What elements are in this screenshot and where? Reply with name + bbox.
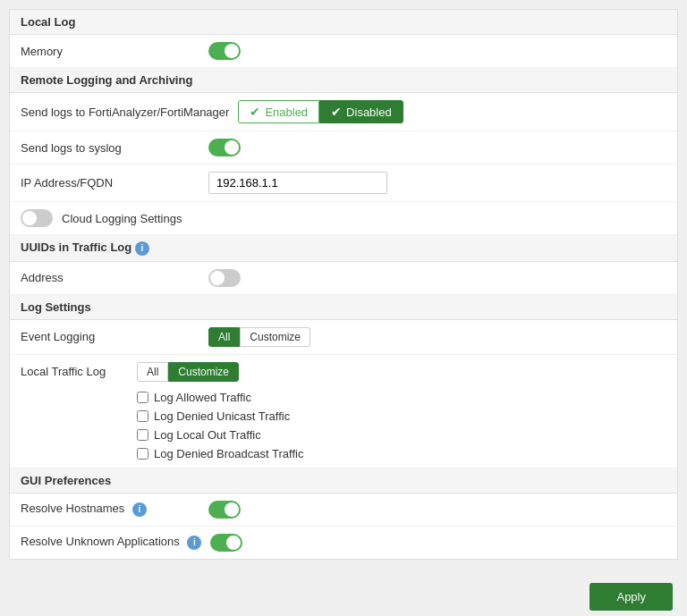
event-customize-button[interactable]: Customize bbox=[240, 327, 310, 347]
resolve-hostnames-toggle[interactable] bbox=[208, 501, 241, 519]
event-logging-group: All Customize bbox=[208, 327, 310, 347]
syslog-label: Send logs to syslog bbox=[21, 141, 199, 155]
ip-label: IP Address/FQDN bbox=[21, 176, 199, 190]
event-logging-label: Event Logging bbox=[21, 330, 199, 343]
uuids-header: UUIDs in Traffic Log i bbox=[10, 235, 677, 262]
log-denied-broadcast-checkbox[interactable] bbox=[137, 448, 148, 460]
list-item[interactable]: Log Denied Unicast Traffic bbox=[137, 409, 303, 423]
log-local-out-checkbox[interactable] bbox=[137, 429, 148, 441]
resolve-unknown-apps-info-icon[interactable]: i bbox=[187, 536, 201, 550]
local-traffic-content: All Customize Log Allowed Traffic Log De… bbox=[137, 362, 303, 460]
log-denied-broadcast-label: Log Denied Broadcast Traffic bbox=[154, 447, 303, 460]
local-traffic-row: Local Traffic Log All Customize Log Allo… bbox=[10, 355, 677, 468]
address-toggle[interactable] bbox=[208, 269, 241, 287]
apply-button[interactable]: Apply bbox=[589, 583, 673, 611]
local-traffic-btn-group: All Customize bbox=[137, 362, 303, 382]
resolve-unknown-apps-toggle[interactable] bbox=[210, 534, 242, 552]
memory-toggle[interactable] bbox=[208, 42, 241, 60]
log-denied-unicast-label: Log Denied Unicast Traffic bbox=[154, 409, 290, 423]
uuids-title: UUIDs in Traffic Log bbox=[21, 240, 131, 254]
log-local-out-label: Log Local Out Traffic bbox=[154, 428, 261, 442]
resolve-unknown-apps-label: Resolve Unknown Applications i bbox=[21, 535, 201, 550]
memory-row: Memory bbox=[10, 35, 677, 68]
event-logging-row: Event Logging All Customize bbox=[10, 320, 677, 355]
resolve-hostnames-row: Resolve Hostnames i bbox=[10, 494, 677, 527]
ip-fqdn-row: IP Address/FQDN bbox=[10, 165, 677, 202]
local-traffic-checkboxes: Log Allowed Traffic Log Denied Unicast T… bbox=[137, 391, 303, 460]
enabled-button[interactable]: ✔ Enabled bbox=[238, 100, 319, 123]
address-label: Address bbox=[21, 271, 199, 284]
enabled-label: Enabled bbox=[265, 105, 308, 119]
memory-label: Memory bbox=[21, 45, 199, 58]
cloud-row: Cloud Logging Settings bbox=[10, 202, 677, 235]
disabled-button[interactable]: ✔ Disabled bbox=[319, 100, 403, 123]
gui-prefs-header: GUI Preferences bbox=[10, 468, 677, 494]
uuids-info-icon[interactable]: i bbox=[135, 241, 149, 256]
local-log-header: Local Log bbox=[10, 10, 677, 35]
list-item[interactable]: Log Local Out Traffic bbox=[137, 428, 303, 442]
local-all-button[interactable]: All bbox=[137, 362, 168, 382]
syslog-row: Send logs to syslog bbox=[10, 131, 677, 165]
event-all-button[interactable]: All bbox=[208, 327, 240, 347]
disabled-check-icon: ✔ bbox=[331, 105, 342, 119]
local-customize-button[interactable]: Customize bbox=[168, 362, 239, 382]
log-allowed-label: Log Allowed Traffic bbox=[154, 391, 251, 404]
remote-logging-header: Remote Logging and Archiving bbox=[10, 68, 677, 93]
list-item[interactable]: Log Denied Broadcast Traffic bbox=[137, 447, 303, 460]
local-traffic-label: Local Traffic Log bbox=[21, 362, 128, 378]
cloud-toggle[interactable] bbox=[21, 209, 53, 227]
disabled-label: Disabled bbox=[346, 105, 392, 119]
address-row: Address bbox=[10, 262, 677, 295]
log-settings-header: Log Settings bbox=[10, 295, 677, 320]
ip-input[interactable] bbox=[208, 172, 387, 194]
syslog-toggle[interactable] bbox=[208, 139, 241, 156]
enabled-disabled-group: ✔ Enabled ✔ Disabled bbox=[238, 100, 403, 123]
resolve-hostnames-label: Resolve Hostnames i bbox=[21, 502, 199, 517]
enabled-check-icon: ✔ bbox=[250, 105, 260, 119]
fortianlyzer-row: Send logs to FortiAnalyzer/FortiManager … bbox=[10, 93, 677, 131]
forti-label: Send logs to FortiAnalyzer/FortiManager bbox=[21, 105, 229, 119]
resolve-unknown-apps-row: Resolve Unknown Applications i bbox=[10, 527, 677, 559]
cloud-label: Cloud Logging Settings bbox=[62, 212, 241, 225]
log-denied-unicast-checkbox[interactable] bbox=[137, 410, 148, 422]
resolve-hostnames-info-icon[interactable]: i bbox=[132, 502, 147, 517]
log-allowed-checkbox[interactable] bbox=[137, 392, 148, 403]
list-item[interactable]: Log Allowed Traffic bbox=[137, 391, 303, 404]
